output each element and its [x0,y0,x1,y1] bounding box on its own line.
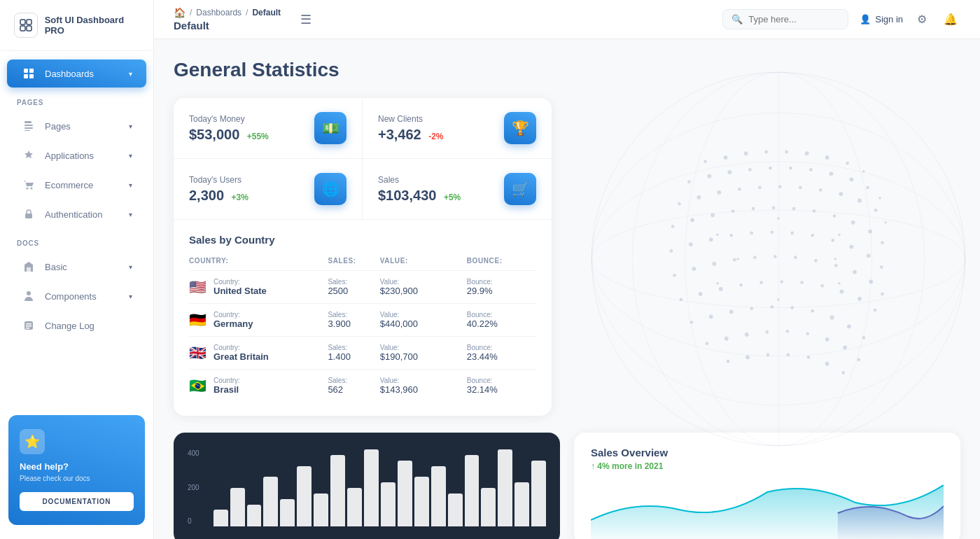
hamburger-button[interactable]: ☰ [295,9,317,30]
svg-point-89 [774,255,777,258]
stat-icon-users: 🌐 [314,173,346,205]
svg-point-87 [733,258,736,262]
page-subtitle: Default [174,20,281,31]
country-flag: 🇺🇸 [189,279,206,295]
svg-point-66 [792,207,796,211]
sidebar-item-dashboards[interactable]: Dashboards ▾ [7,59,146,88]
country-name: United State [214,286,267,296]
svg-point-119 [745,332,749,337]
bounce-label: Bounce: [467,377,536,384]
sidebar-item-basic[interactable]: Basic ▾ [7,253,146,281]
breadcrumb-sep-1: / [190,8,192,18]
stat-change-clients: -2% [428,132,443,141]
svg-point-101 [780,280,783,284]
svg-point-40 [748,168,752,172]
svg-point-94 [869,280,873,284]
stat-icon-money: 💵 [314,112,346,144]
svg-point-124 [843,346,847,350]
svg-point-69 [851,220,855,225]
svg-point-59 [884,221,886,223]
svg-rect-11 [24,130,30,131]
svg-point-98 [719,287,723,291]
bar [531,461,546,526]
bar [314,493,328,526]
value-label: Value: [380,344,467,351]
svg-point-100 [760,281,763,284]
sales-country-title: Sales by Country [189,234,536,246]
sidebar-item-ecommerce[interactable]: Ecommerce ▾ [7,171,146,199]
svg-point-82 [867,253,871,258]
sales-label: Sales: [328,344,379,351]
svg-point-42 [789,167,792,170]
svg-point-30 [744,151,748,155]
country-label: Country: [214,377,240,384]
svg-point-58 [874,209,878,212]
bar [364,449,379,526]
bounce-rate: 29.9% [467,286,536,296]
stat-info-users: Today's Users 2,300 +3% [189,175,248,204]
documentation-button[interactable]: DOCUMENTATION [20,492,134,511]
sidebar-item-pages[interactable]: Pages ▾ [7,112,146,140]
svg-point-117 [706,342,709,345]
stat-card-money: Today's Money $53,000 +55% 💵 [174,98,363,158]
svg-point-76 [750,232,753,235]
svg-point-27 [632,72,925,446]
chevron-down-icon: ▾ [129,181,132,189]
pages-section-label: PAGES [0,89,153,111]
home-icon[interactable]: 🏠 [174,7,186,18]
sidebar-item-applications[interactable]: Applications ▾ [7,141,146,169]
svg-rect-20 [26,328,29,329]
stat-label-sales: Sales [378,175,461,185]
svg-point-108 [709,314,713,318]
bounce-label: Bounce: [467,344,536,351]
chevron-down-icon: ▾ [129,152,132,160]
col-header-value: Value: [380,257,467,271]
country-flag: 🇬🇧 [189,344,206,361]
svg-rect-2 [20,26,25,31]
svg-point-29 [724,155,728,160]
svg-point-36 [862,170,864,172]
breadcrumb-dashboards[interactable]: Dashboards [196,8,241,18]
svg-point-60 [671,225,675,228]
chevron-down-icon: ▾ [129,211,132,218]
settings-button[interactable]: ⚙ [914,10,930,29]
svg-point-118 [724,337,729,341]
svg-point-51 [738,188,741,191]
table-row: 🇧🇷 Country: Brasil Sales: 562 Value: $14… [189,370,536,402]
page-title: General Statistics [174,59,960,81]
svg-point-84 [673,274,676,277]
svg-point-79 [811,234,814,237]
sidebar-item-label: Dashboards [45,69,120,79]
stat-value-money: $53,000 [189,127,239,142]
breadcrumb-current: Default [252,8,281,18]
bar [280,499,295,526]
sidebar-item-authentication[interactable]: Authentication ▾ [7,200,146,228]
components-icon [21,288,36,304]
svg-point-104 [840,290,844,294]
svg-point-113 [811,309,814,313]
help-subtitle: Please check our docs [20,475,134,482]
svg-point-107 [690,321,694,324]
svg-point-127 [746,355,750,359]
svg-point-123 [825,337,830,342]
notifications-button[interactable]: 🔔 [941,10,960,29]
country-name: Germany [214,318,253,329]
help-title: Need help? [20,461,134,472]
stat-value-users: 2,300 [189,188,224,203]
signin-button[interactable]: 👤 Sign in [860,14,903,24]
search-input[interactable] [748,14,839,24]
sidebar-item-changelog[interactable]: Change Log [7,312,146,340]
svg-point-138 [716,282,718,284]
svg-point-21 [592,72,965,446]
svg-point-63 [732,209,735,213]
svg-point-39 [728,170,732,174]
bar [498,449,512,526]
sidebar-item-components[interactable]: Components ▾ [7,282,146,310]
bar-chart-inner [214,449,546,526]
svg-point-115 [847,324,851,328]
svg-point-57 [858,199,862,203]
country-label: Country: [214,278,267,286]
svg-point-88 [753,255,757,259]
svg-point-91 [814,259,818,262]
col-header-country: Country: [189,257,328,271]
